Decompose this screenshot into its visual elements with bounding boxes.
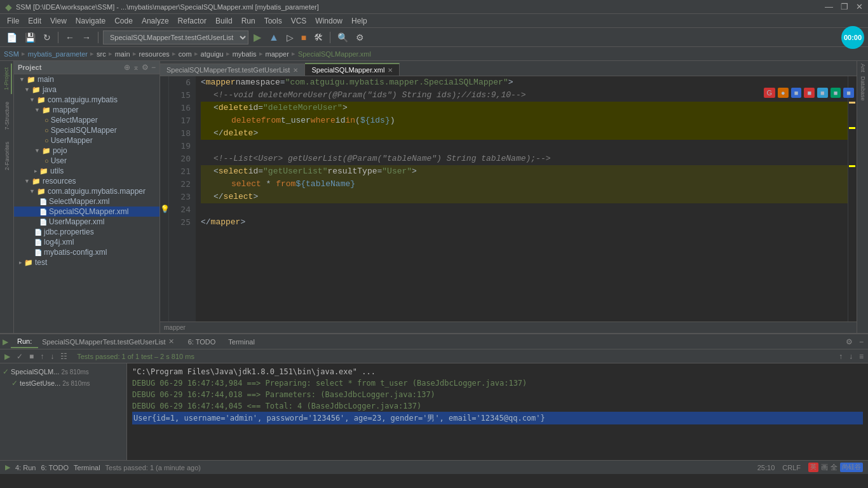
run-rerun-button[interactable]: ✓	[15, 351, 25, 362]
settings-button[interactable]: ⚙	[353, 31, 367, 44]
menu-code[interactable]: Code	[110, 15, 137, 27]
todo-bottom-tab[interactable]: 6: TODO	[41, 464, 69, 471]
search-everywhere-button[interactable]: 🔍	[335, 31, 351, 44]
icon-blue2[interactable]: ■	[843, 88, 854, 98]
sidebar-structure-tab[interactable]: 7-Structure	[3, 98, 11, 134]
save-button[interactable]: 💾	[22, 31, 38, 44]
run-prev-button[interactable]: ↑	[38, 351, 46, 362]
sidebar-database[interactable]: Database	[860, 76, 866, 101]
menu-file[interactable]: File	[3, 15, 24, 27]
bottom-tab-run[interactable]: Run:	[11, 336, 38, 348]
menu-view[interactable]: View	[46, 15, 71, 27]
tree-item-pojo[interactable]: ▼📁 pojo	[14, 146, 159, 156]
code-content[interactable]: <mapper namespace="com.atguigu.mybatis.m…	[196, 76, 848, 322]
menu-vcs[interactable]: VCS	[287, 15, 311, 27]
icon-blue[interactable]: ■	[791, 88, 802, 98]
tree-item-usermapper-java[interactable]: ▸○ UserMapper	[14, 135, 159, 146]
nav-com[interactable]: com	[179, 50, 192, 58]
project-icon-3[interactable]: ⚙	[142, 63, 149, 72]
code-editor[interactable]: 💡 6 15 16 17 18 19 20 21 22 23 24 25 <ma…	[160, 76, 857, 322]
test-case-item[interactable]: ✓ testGetUse... 2s 810ms	[3, 377, 124, 389]
run-scroll-up[interactable]: ↑	[837, 351, 844, 362]
tree-item-mybatis-config-xml[interactable]: ▸📄 mybatis-config.xml	[14, 247, 159, 257]
tree-item-jdbc-properties[interactable]: ▸📄 jdbc.properties	[14, 227, 159, 237]
tree-item-mapper-folder[interactable]: ▼📁 mapper	[14, 105, 159, 115]
icon-red[interactable]: ■	[804, 88, 815, 98]
run-restart-button[interactable]: ▶	[3, 351, 12, 362]
run-tree-button[interactable]: ☷	[58, 351, 69, 362]
nav-mapper[interactable]: mapper	[266, 50, 289, 58]
run-with-coverage-button[interactable]: ▷	[284, 31, 296, 44]
sync-button[interactable]: ↻	[41, 31, 53, 44]
run-button[interactable]: ▶	[251, 30, 264, 44]
bottom-minimize-button[interactable]: −	[857, 337, 865, 347]
editor-tab-mapper[interactable]: SpecialSQLMapper.xml ✕	[305, 63, 400, 76]
nav-src[interactable]: src	[97, 50, 106, 58]
bottom-tab-terminal[interactable]: Terminal	[222, 336, 261, 348]
tree-item-com-atguigu[interactable]: ▼📁 com.atguigu.mybatis	[14, 95, 159, 105]
sidebar-favorites-tab[interactable]: 2-Favorites	[3, 138, 11, 174]
menu-edit[interactable]: Edit	[24, 15, 46, 27]
run-bottom-tab[interactable]: 4: Run	[15, 464, 36, 471]
tree-item-specialsqlmapper-java[interactable]: ▸○ SpecialSQLMapper	[14, 125, 159, 135]
new-file-button[interactable]: 📄	[4, 31, 20, 44]
editor-tab-test[interactable]: SpecialSQLMapperTest.testGetUserList ✕	[160, 64, 305, 76]
tree-item-main[interactable]: ▼📁 main	[14, 74, 159, 85]
menu-window[interactable]: Window	[311, 15, 347, 27]
nav-resources[interactable]: resources	[139, 50, 170, 58]
project-icon-1[interactable]: ⊕	[124, 63, 130, 72]
menu-tools[interactable]: Tools	[260, 15, 287, 27]
tree-item-selectmapper-xml[interactable]: ▸📄 SelectMapper.xml	[14, 196, 159, 207]
tree-item-specialsqlmapper-xml[interactable]: ▸📄 SpecialSQLMapper.xml	[14, 207, 159, 217]
maximize-button[interactable]: ❐	[841, 2, 848, 11]
menu-run[interactable]: Run	[237, 15, 260, 27]
icon-java[interactable]: ●	[778, 88, 789, 98]
run-stop-button[interactable]: ■	[27, 351, 36, 362]
project-icon-minimize[interactable]: −	[151, 63, 156, 72]
back-button[interactable]: ←	[63, 31, 77, 44]
debug-button[interactable]: ▲	[266, 30, 281, 44]
nav-main[interactable]: main	[115, 50, 130, 58]
tree-item-usermapper-xml[interactable]: ▸📄 UserMapper.xml	[14, 217, 159, 227]
run-scroll-down[interactable]: ↓	[847, 351, 855, 362]
run-settings2[interactable]: ≡	[857, 351, 865, 362]
tree-item-test[interactable]: ▸📁 test	[14, 257, 159, 268]
tree-item-java[interactable]: ▼📁 java	[14, 85, 159, 95]
bottom-tab-todo[interactable]: 6: TODO	[182, 336, 222, 348]
tree-item-selectmapper-java[interactable]: ▸○ SelectMapper	[14, 115, 159, 125]
nav-atguigu[interactable]: atguigu	[201, 50, 224, 58]
menu-build[interactable]: Build	[211, 15, 237, 27]
tree-item-resources[interactable]: ▼📁 resources	[14, 176, 159, 186]
menu-refactor[interactable]: Refactor	[173, 15, 211, 27]
sidebar-ant[interactable]: Ant	[860, 64, 866, 72]
icon-google[interactable]: G	[764, 88, 776, 98]
run-next-button[interactable]: ↓	[48, 351, 56, 362]
nav-mybatis[interactable]: mybatis	[233, 50, 257, 58]
nav-mybatis-parameter[interactable]: mybatis_parameter	[28, 50, 88, 58]
icon-green[interactable]: ■	[831, 88, 841, 98]
tree-item-utils[interactable]: ▸📁 utils	[14, 166, 159, 176]
nav-file[interactable]: SpecialSQLMapper.xml	[298, 50, 371, 58]
bottom-settings-button[interactable]: ⚙	[844, 337, 855, 347]
stop-button[interactable]: ■	[299, 31, 309, 44]
tree-item-user-java[interactable]: ▸○ User	[14, 156, 159, 166]
nav-ssm[interactable]: SSM	[4, 50, 19, 58]
sidebar-project-tab[interactable]: 1-Project	[2, 64, 12, 94]
terminal-bottom-tab[interactable]: Terminal	[74, 464, 100, 471]
run-config-dropdown[interactable]: SpecialSQLMapperTest.testGetUserList	[103, 30, 248, 44]
menu-help[interactable]: Help	[347, 15, 372, 27]
run-tab-close[interactable]: ✕	[168, 337, 174, 346]
editor-tab-mapper-close[interactable]: ✕	[388, 67, 393, 74]
project-icon-2[interactable]: ⌅	[133, 63, 139, 72]
icon-teal[interactable]: ■	[817, 88, 828, 98]
tree-item-log4j-xml[interactable]: ▸📄 log4j.xml	[14, 237, 159, 247]
close-button[interactable]: ✕	[856, 2, 863, 11]
menu-analyze[interactable]: Analyze	[137, 15, 173, 27]
test-suite-item[interactable]: ✓ SpecialSQLM... 2s 810ms	[3, 366, 124, 377]
build-button[interactable]: 🛠	[311, 31, 325, 44]
minimize-button[interactable]: —	[825, 2, 833, 11]
menu-navigate[interactable]: Navigate	[71, 15, 110, 27]
tree-item-com-atguigu-mapper[interactable]: ▼📁 com.atguigu.mybatis.mapper	[14, 186, 159, 196]
editor-tab-test-close[interactable]: ✕	[293, 67, 298, 74]
forward-button[interactable]: →	[79, 31, 93, 44]
